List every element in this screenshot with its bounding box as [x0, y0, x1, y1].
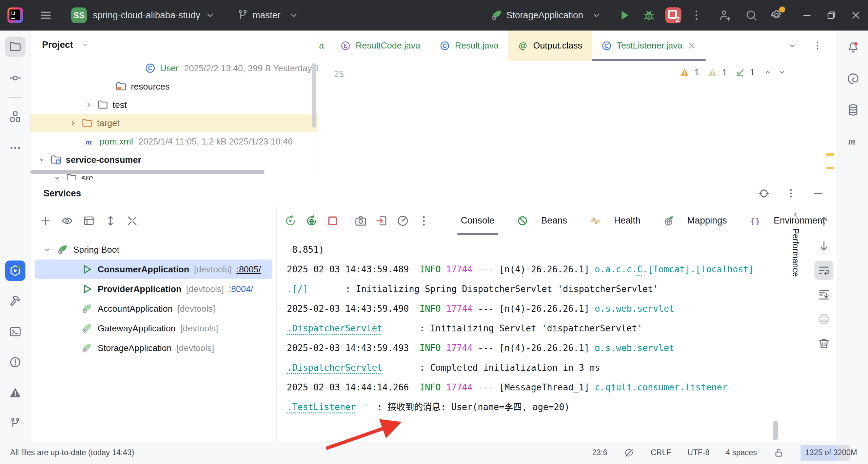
main-menu-button[interactable]	[39, 9, 52, 22]
project-tree-row[interactable]: CUser2025/2/2 13:40, 399 B Yesterday 13	[31, 59, 318, 77]
structure-tool-button[interactable]	[5, 107, 25, 127]
profiler-icon[interactable]	[396, 214, 409, 227]
clear-all-button[interactable]	[814, 334, 833, 353]
notifications-button[interactable]	[843, 37, 863, 58]
search-everywhere-button[interactable]	[742, 6, 761, 25]
close-button[interactable]	[844, 0, 868, 31]
exit-icon[interactable]	[375, 214, 388, 227]
ai-assistant-button[interactable]	[843, 69, 863, 89]
scroll-down-button[interactable]	[814, 236, 833, 255]
rerun-icon[interactable]	[284, 214, 297, 227]
project-tree-row[interactable]: target	[31, 114, 318, 132]
next-problem-icon[interactable]	[777, 67, 787, 77]
project-tree-row[interactable]: resources	[31, 77, 318, 96]
line-ending-widget[interactable]: CRLF	[651, 448, 671, 457]
console-tab-health[interactable]: Health	[590, 207, 640, 235]
open-in-editor-icon[interactable]	[83, 215, 95, 227]
eye-icon[interactable]	[61, 215, 73, 227]
git-tool-button[interactable]	[5, 413, 25, 433]
scroll-up-button[interactable]	[814, 212, 833, 231]
editor-tab[interactable]: EResultCode.java	[331, 31, 430, 61]
service-row[interactable]: ProviderApplication[devtools]:8004/	[35, 279, 272, 299]
more-actions-button[interactable]	[687, 6, 706, 25]
print-button[interactable]	[814, 310, 833, 329]
more-vertical-icon[interactable]	[417, 214, 430, 227]
project-panel-header[interactable]: Project	[31, 31, 318, 59]
minimize-button[interactable]	[795, 0, 819, 31]
service-row[interactable]: StorageApplication[devtools]	[35, 338, 272, 358]
problems-tool-button[interactable]	[5, 352, 25, 372]
service-row[interactable]: ConsumerApplication[devtools]:8005/	[35, 259, 272, 279]
logger-link[interactable]: .DispatcherServlet	[287, 323, 382, 333]
warnings-tool-button[interactable]	[5, 383, 25, 403]
more-vertical-icon[interactable]	[785, 188, 797, 199]
build-tool-button[interactable]	[5, 291, 25, 311]
editor-tab[interactable]: @Output.class	[508, 31, 592, 61]
inspections-widget[interactable]: 111	[679, 67, 787, 77]
logger-link[interactable]: .TestListener	[287, 402, 356, 412]
run-button[interactable]	[615, 6, 634, 25]
chevron-left-icon	[791, 210, 800, 219]
target-icon[interactable]	[758, 188, 770, 199]
run-configuration-selector[interactable]: StorageApplication	[490, 9, 603, 22]
lock-open-icon[interactable]	[773, 447, 784, 458]
ai-disabled-icon[interactable]	[624, 447, 634, 458]
service-port-link[interactable]: :8005/	[236, 264, 261, 275]
close-tab-icon[interactable]	[687, 41, 696, 50]
hidden-tabs-dropdown-icon[interactable]	[787, 41, 797, 51]
project-tool-button[interactable]	[5, 37, 25, 57]
logger-link[interactable]: .DispatcherServlet	[287, 363, 382, 373]
service-row[interactable]: Spring Boot	[35, 240, 272, 259]
debug-button[interactable]	[639, 6, 658, 25]
cursor-position-widget[interactable]: 23:6	[592, 448, 607, 457]
project-tree-row[interactable]: test	[31, 96, 318, 114]
intellij-logo-icon[interactable]: IJ	[7, 7, 23, 23]
console-output[interactable]: 8.851)2025-02-03 14:43:59.489 INFO 17744…	[277, 235, 780, 441]
collapse-all-icon[interactable]	[126, 215, 138, 227]
project-name[interactable]: spring-cloud-alibaba-study	[93, 10, 200, 21]
service-row[interactable]: AccountApplication[devtools]	[35, 299, 272, 318]
rerun-debug-icon[interactable]	[305, 214, 318, 227]
prev-problem-icon[interactable]	[763, 67, 772, 77]
project-horizontal-scrollbar[interactable]	[31, 170, 264, 174]
code-with-me-button[interactable]	[715, 6, 734, 25]
commit-tool-button[interactable]	[5, 68, 25, 88]
console-tab-beans[interactable]: Beans	[517, 207, 567, 235]
stop-icon[interactable]	[326, 214, 339, 227]
logger-link[interactable]: C	[637, 264, 643, 274]
expand-all-icon[interactable]	[104, 215, 117, 227]
project-tree-row[interactable]: mpom.xml2025/1/4 11:05, 1.2 kB 2025/1/23…	[31, 132, 318, 151]
add-icon[interactable]	[39, 215, 52, 227]
project-tree-row[interactable]: service-consumer	[31, 151, 318, 169]
tab-options-icon[interactable]	[812, 41, 823, 51]
git-branch-widget[interactable]: master	[236, 9, 300, 22]
console-tab-mappings[interactable]: Mappings	[663, 207, 727, 235]
services-tool-button[interactable]	[5, 260, 25, 281]
more-tools-button[interactable]	[5, 138, 25, 158]
service-row[interactable]: GatewayApplication[devtools]	[35, 318, 272, 338]
hide-icon[interactable]	[812, 188, 824, 199]
database-button[interactable]	[843, 100, 863, 120]
indent-widget[interactable]: 4 spaces	[726, 448, 757, 457]
terminal-tool-button[interactable]	[5, 322, 25, 342]
editor-tab[interactable]: CTestListener.java	[592, 31, 706, 61]
encoding-widget[interactable]: UTF-8	[687, 448, 709, 457]
restore-button[interactable]	[819, 0, 844, 31]
thread-dump-icon[interactable]	[354, 214, 367, 227]
project-vertical-scrollbar[interactable]	[312, 63, 316, 128]
running-processes-button[interactable]: 2	[664, 6, 683, 25]
settings-button[interactable]	[767, 6, 786, 25]
project-badge[interactable]: SS	[71, 7, 87, 23]
performance-side-tab[interactable]: Performance	[786, 210, 805, 277]
maven-button[interactable]: m	[843, 131, 863, 151]
editor-body[interactable]: 25 111	[318, 61, 837, 179]
editor-tab[interactable]: a	[318, 31, 331, 61]
console-vertical-scrollbar[interactable]	[773, 421, 778, 440]
scroll-end-button[interactable]	[814, 285, 833, 304]
soft-wrap-button[interactable]	[814, 261, 833, 280]
console-tab-console[interactable]: Console	[461, 207, 494, 235]
project-panel: Project CUser2025/2/2 13:40, 399 B Yeste…	[31, 31, 318, 180]
editor-tab[interactable]: CResult.java	[430, 31, 508, 61]
memory-indicator[interactable]: 1325 of 3200M	[801, 445, 862, 461]
service-port-link[interactable]: :8004/	[229, 284, 253, 294]
